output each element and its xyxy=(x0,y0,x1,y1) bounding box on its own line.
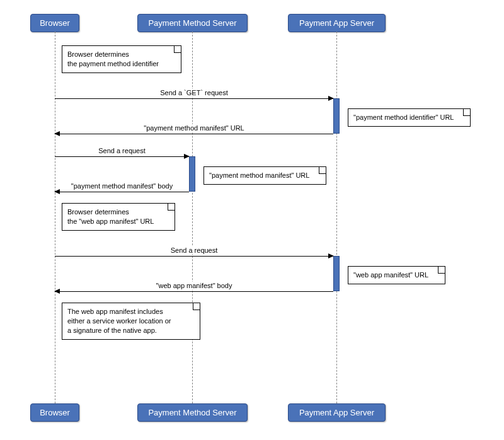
lifeline-browser xyxy=(55,32,55,403)
msg-label: Send a request xyxy=(169,246,220,254)
note-line: Browser determines xyxy=(67,50,129,58)
note-line: the payment method identifier xyxy=(67,60,159,67)
note-line: "payment method identifier" URL xyxy=(353,113,454,121)
msg-label: Send a request xyxy=(96,147,147,154)
msg-label: "payment method manifest" body xyxy=(69,182,175,190)
note-pmi-url: "payment method identifier" URL xyxy=(348,108,471,127)
note-line: a signature of the native app. xyxy=(67,327,157,334)
actor-pms-top: Payment Method Server xyxy=(137,14,248,32)
actor-label: Browser xyxy=(40,408,70,417)
msg-get-request: Send a `GET` request xyxy=(55,98,333,108)
msg-wam-body: "web app manifest" body xyxy=(55,291,333,301)
note-line: "web app manifest" URL xyxy=(353,271,428,279)
msg-pmm-body: "payment method manifest" body xyxy=(55,192,189,201)
note-determine-wam: Browser determines the "web app manifest… xyxy=(62,203,175,231)
note-line: Browser determines xyxy=(67,208,129,216)
note-pmm-url: "payment method manifest" URL xyxy=(203,166,326,185)
actor-pas-top: Payment App Server xyxy=(288,14,386,32)
activation-pms-1 xyxy=(189,156,195,192)
actor-label: Payment App Server xyxy=(299,408,374,417)
note-line: The web app manifest includes xyxy=(67,308,163,315)
actor-label: Payment App Server xyxy=(299,18,374,28)
lifeline-pas xyxy=(336,32,337,403)
msg-pmm-url-return: "payment method manifest" URL xyxy=(55,134,333,143)
actor-pms-bottom: Payment Method Server xyxy=(137,403,248,422)
actor-pas-bottom: Payment App Server xyxy=(288,403,386,422)
msg-send-request-2: Send a request xyxy=(55,256,333,265)
actor-label: Browser xyxy=(40,18,70,28)
activation-pas-2 xyxy=(333,256,340,291)
actor-label: Payment Method Server xyxy=(148,408,236,417)
lifeline-pms xyxy=(192,32,193,403)
note-line: the "web app manifest" URL xyxy=(67,217,154,225)
msg-label: Send a `GET` request xyxy=(158,89,230,96)
actor-browser-bottom: Browser xyxy=(30,403,79,422)
note-determine-pmi: Browser determines the payment method id… xyxy=(62,45,181,73)
note-wam-includes: The web app manifest includes either a s… xyxy=(62,303,200,340)
note-line: either a service worker location or xyxy=(67,317,171,325)
activation-pas-1 xyxy=(333,98,340,134)
msg-label: "web app manifest" body xyxy=(154,282,234,289)
actor-browser-top: Browser xyxy=(30,14,79,32)
note-wam-url: "web app manifest" URL xyxy=(348,266,445,284)
msg-send-request-1: Send a request xyxy=(55,156,189,166)
note-line: "payment method manifest" URL xyxy=(209,171,309,179)
msg-label: "payment method manifest" URL xyxy=(142,124,246,132)
actor-label: Payment Method Server xyxy=(148,18,236,28)
